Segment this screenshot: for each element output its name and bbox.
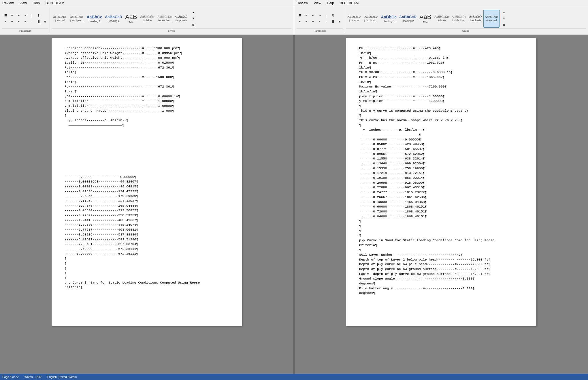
indent-dec-btn-r[interactable]: ⇤ (310, 13, 316, 18)
menu-view-left[interactable]: View (18, 1, 28, 6)
align-right-r[interactable]: ≡ (310, 19, 316, 24)
menu-review-right[interactable]: Review (295, 1, 309, 6)
line-spacing-btn[interactable]: ↕ (29, 19, 35, 24)
status-bar: Page 8 of 22 Words: 1,842 English (Unite… (0, 374, 588, 380)
paragraph-section-left: ☰ ≡ ⇤ ⇥ ↕ ¶ ≡ ≡ ≡ ≡ ↕ (1, 8, 50, 33)
styles-section-right: AaBbCcDc ¶ Normal AaBbCcDc ¶ No Spac... … (345, 8, 587, 33)
justify-btn[interactable]: ≡ (22, 19, 29, 24)
para-mark-btn-r[interactable]: ¶ (330, 13, 336, 18)
left-menu-bar: Review View Help BLUEBEAM (0, 0, 294, 6)
style-h1-right[interactable]: AaBbCc Heading 1 (380, 10, 397, 28)
sort-btn[interactable]: ↕ (29, 13, 35, 18)
style-normal-highlighted-right[interactable]: AaBbCcDc # Normal (483, 10, 500, 28)
styles-up-btn-r[interactable]: ▲ (501, 10, 507, 16)
paragraph-mark-btn[interactable]: ¶ (35, 13, 42, 18)
indent-decrease-btn[interactable]: ⇤ (16, 13, 22, 18)
style-subtitle-left[interactable]: AaBbCcDc Subtitle (139, 10, 156, 28)
menu-review-left[interactable]: Review (1, 1, 15, 6)
styles-up-btn[interactable]: ▲ (190, 10, 196, 16)
style-h1-left[interactable]: AaBbCc Heading 1 (85, 10, 103, 28)
style-normal-left[interactable]: AaBbCcDc ¶ Normal (52, 10, 68, 28)
line-spacing-r[interactable]: ↕ (323, 19, 329, 24)
styles-down-btn[interactable]: ▼ (190, 16, 196, 22)
paragraph-label-right: Paragraph (297, 29, 343, 32)
paragraph-section-right: ☰ ≡ ⇤ ⇥ ↕ ¶ ≡ ≡ ≡ ≡ ↕ (295, 8, 344, 33)
list-number-btn[interactable]: ≡ (9, 13, 15, 18)
styles-scroll-left: ▲ ▼ ⊞ (190, 10, 196, 28)
style-subtitle-right[interactable]: AaBbCcDc Subtitle (433, 10, 450, 28)
right-ribbon: ☰ ≡ ⇤ ⇥ ↕ ¶ ≡ ≡ ≡ ≡ ↕ (294, 6, 588, 35)
styles-more-btn[interactable]: ⊞ (190, 22, 196, 28)
para-icons-left: ☰ ≡ ⇤ ⇥ ↕ ¶ ≡ ≡ ≡ ≡ ↕ (2, 13, 48, 24)
para-icons-right: ☰ ≡ ⇤ ⇥ ↕ ¶ ≡ ≡ ≡ ≡ ↕ (297, 13, 343, 24)
menu-bluebeam-left[interactable]: BLUEBEAM (44, 1, 65, 6)
menu-view-right[interactable]: View (312, 1, 322, 6)
align-left-r[interactable]: ≡ (297, 19, 303, 24)
list-number-btn-r[interactable]: ≡ (303, 13, 310, 18)
align-left-btn[interactable]: ≡ (2, 19, 9, 24)
styles-down-btn-r[interactable]: ▼ (501, 16, 507, 22)
style-emphasis-right[interactable]: AaBbCcD Emphasis (468, 10, 483, 28)
left-doc-pane[interactable]: Undrained cohesion·····················=… (0, 35, 295, 374)
right-doc-pane[interactable]: Pk·························=·····423.495… (295, 35, 588, 374)
indent-inc-btn-r[interactable]: ⇥ (316, 13, 323, 18)
paragraph-label-left: Paragraph (2, 29, 48, 32)
shading-btn[interactable]: ▓ (35, 19, 42, 24)
indent-increase-btn[interactable]: ⇥ (22, 13, 29, 18)
styles-scroll-right: ▲ ▼ ⊞ (501, 10, 507, 28)
style-h2-left[interactable]: AaBbCcD Heading 2 (104, 10, 123, 28)
style-title-right[interactable]: AaB Title (418, 10, 433, 28)
list-bullet-btn[interactable]: ☰ (2, 13, 9, 18)
page-info: Page 8 of 22 (2, 375, 19, 379)
menu-help-right[interactable]: Help (326, 1, 335, 6)
styles-label-left: Styles (52, 29, 291, 32)
styles-label-right: Styles (346, 29, 586, 32)
align-right-btn[interactable]: ≡ (16, 19, 22, 24)
border-r[interactable]: ⊞ (336, 19, 343, 24)
style-emphasis-left[interactable]: AaBbCcD Emphasis (173, 10, 189, 28)
style-title-left[interactable]: AaB Title (124, 10, 139, 28)
align-center-btn[interactable]: ≡ (9, 19, 15, 24)
right-page: Pk·························=·····423.495… (346, 38, 536, 326)
left-doc-data: ·······0.00000··············0.00000¶ ···… (65, 175, 229, 290)
justify-r[interactable]: ≡ (316, 19, 323, 24)
styles-more-btn-r[interactable]: ⊞ (501, 22, 507, 28)
left-doc-content: Undrained cohesion·····················=… (65, 46, 229, 137)
style-h2-right[interactable]: AaBbCcD Heading 2 (398, 10, 418, 28)
left-ribbon: ☰ ≡ ⇤ ⇥ ↕ ¶ ≡ ≡ ≡ ≡ ↕ (0, 6, 294, 35)
right-menu-bar: Review View Help BLUEBEAM (294, 0, 588, 6)
menu-help-left[interactable]: Help (31, 1, 41, 6)
style-nospace-left[interactable]: AaBbCcDc ¶ No Spac... (68, 10, 85, 28)
style-nospace-right[interactable]: AaBbCcDc ¶ No Spac... (362, 10, 379, 28)
styles-section-left: AaBbCcDc ¶ Normal AaBbCcDc ¶ No Spac... … (50, 8, 293, 33)
style-subtle-right[interactable]: AaBbCcDc Subtle Em... (450, 10, 467, 28)
border-btn[interactable]: ⊞ (42, 19, 48, 24)
align-center-r[interactable]: ≡ (303, 19, 310, 24)
shading-r[interactable]: ▓ (330, 19, 336, 24)
list-bullet-btn-r[interactable]: ☰ (297, 13, 303, 18)
word-count: Words: 1,842 (24, 375, 42, 379)
style-buttons-left: AaBbCcDc ¶ Normal AaBbCcDc ¶ No Spac... … (52, 10, 189, 28)
right-doc-content: Pk·························=·····423.495… (359, 46, 523, 296)
menu-bluebeam-right[interactable]: BLUEBEAM (339, 1, 360, 6)
style-subtle-left[interactable]: AaBbCcDc Subtle Em... (156, 10, 173, 28)
style-normal-right[interactable]: AaBbCcDc ¶ Normal (346, 10, 362, 28)
left-page: Undrained cohesion·····················=… (52, 38, 242, 326)
style-buttons-right: AaBbCcDc ¶ Normal AaBbCcDc ¶ No Spac... … (346, 10, 500, 28)
sort-btn-r[interactable]: ↕ (323, 13, 329, 18)
language: English (United States) (47, 375, 77, 379)
